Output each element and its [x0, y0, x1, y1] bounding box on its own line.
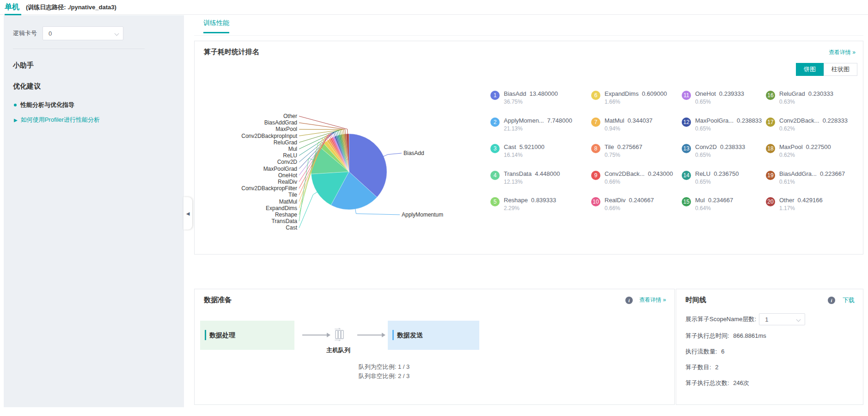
- legend-item[interactable]: 11OneHot0.2393330.65%: [682, 90, 766, 117]
- legend-name: ReluGrad0.230333: [779, 90, 833, 97]
- legend-rank-badge: 10: [591, 197, 600, 206]
- flow-step-label: 数据发送: [397, 331, 423, 340]
- legend-percent: 0.64%: [695, 205, 733, 211]
- legend-rank-badge: 8: [591, 144, 600, 153]
- bar-chart-button[interactable]: 柱状图: [824, 63, 857, 76]
- legend-percent: 0.62%: [779, 125, 848, 132]
- pie-label: Tile: [288, 192, 297, 198]
- pie-label: ApplyMomentum: [402, 211, 443, 218]
- triangle-right-icon: ▶: [14, 118, 18, 123]
- info-icon[interactable]: i: [828, 297, 835, 304]
- download-link[interactable]: 下载: [843, 296, 855, 304]
- legend-item[interactable]: 14ReLU0.2367500.65%: [682, 170, 766, 197]
- logical-card-value: 0: [43, 30, 52, 37]
- legend-rank-badge: 7: [591, 118, 600, 127]
- info-icon[interactable]: i: [625, 297, 633, 304]
- legend-item[interactable]: 4TransData4.44800012.13%: [490, 170, 591, 197]
- legend-name: Conv2DBack...0.228333: [779, 117, 848, 124]
- legend-rank-badge: 15: [682, 197, 691, 206]
- legend-item[interactable]: 10RealDiv0.2406670.66%: [591, 197, 682, 224]
- advice-heading: 优化建议: [13, 82, 184, 91]
- operator-pie-chart[interactable]: OtherBiasAddGradMaxPoolConv2DBackpropInp…: [195, 84, 490, 250]
- legend-name: TransData4.448000: [504, 170, 560, 177]
- legend-name: BiasAdd13.480000: [504, 90, 558, 97]
- operator-detail-link[interactable]: 查看详情 »: [829, 49, 856, 56]
- stat-line: 队列为空比例: 1 / 3: [359, 362, 410, 372]
- flow-step-data-sending[interactable]: 数据发送: [388, 321, 479, 350]
- legend-percent: 0.63%: [779, 99, 833, 105]
- legend-percent: 1.66%: [605, 99, 667, 105]
- legend-item[interactable]: 17Conv2DBack...0.2283330.62%: [766, 117, 859, 144]
- legend-percent: 21.13%: [504, 125, 572, 132]
- pie-label: Reshape: [275, 211, 297, 218]
- legend-name: MaxPool0.227500: [779, 143, 831, 150]
- sidebar-item-performance-advice[interactable]: 性能分析与优化指导: [14, 101, 184, 109]
- sidebar-collapse-handle[interactable]: ◀: [183, 197, 192, 230]
- assistant-heading: 小助手: [13, 61, 184, 70]
- legend-rank-badge: 16: [766, 91, 775, 100]
- legend-rank-badge: 14: [682, 171, 691, 180]
- legend-percent: 0.75%: [605, 152, 642, 158]
- legend-item[interactable]: 7MatMul0.3440370.94%: [591, 117, 682, 144]
- pie-label: Conv2DBackpropInput: [241, 133, 297, 139]
- logical-card-row: 逻辑卡号 0: [4, 15, 184, 40]
- legend-percent: 0.94%: [605, 125, 653, 132]
- legend-name: ExpandDims0.609000: [605, 90, 667, 97]
- flow-step-data-processing[interactable]: 数据处理: [200, 321, 294, 350]
- legend-percent: 0.66%: [605, 179, 673, 185]
- prep-detail-link[interactable]: 查看详情 »: [639, 296, 666, 304]
- sidebar-item-label: 性能分析与优化指导: [20, 101, 74, 109]
- host-queue-label: 主机队列: [310, 346, 367, 354]
- legend-item[interactable]: 15Mul0.2346670.64%: [682, 197, 766, 224]
- legend-item[interactable]: 1BiasAdd13.48000036.75%: [490, 90, 591, 117]
- legend-item[interactable]: 16ReluGrad0.2303330.63%: [766, 90, 859, 117]
- flow-arrow-icon: [302, 335, 327, 335]
- legend-rank-badge: 5: [490, 197, 500, 206]
- pie-leader-line: [355, 209, 400, 215]
- sidebar-link-profiler-help[interactable]: ▶ 如何使用Profiler进行性能分析: [14, 116, 184, 124]
- pie-label: OneHot: [278, 172, 298, 179]
- legend-rank-badge: 6: [591, 91, 600, 100]
- queue-ratio-stats: 队列为空比例: 1 / 3队列非空比例: 2 / 3: [287, 362, 481, 381]
- legend-rank-badge: 12: [682, 118, 691, 127]
- legend-name: Cast5.921000: [504, 143, 544, 150]
- legend-rank-badge: 3: [490, 144, 500, 153]
- legend-item[interactable]: 6ExpandDims0.6090001.66%: [591, 90, 682, 117]
- tab-training-performance[interactable]: 训练性能: [203, 19, 229, 33]
- legend-item[interactable]: 2ApplyMomen...7.74800021.13%: [490, 117, 591, 144]
- flow-step-label: 数据处理: [209, 331, 235, 340]
- pie-chart-button[interactable]: 饼图: [796, 63, 824, 76]
- legend-name: Reshape0.839333: [504, 197, 556, 204]
- legend-item[interactable]: 13Conv2D0.2383330.65%: [682, 143, 766, 170]
- legend-percent: 0.61%: [779, 179, 845, 185]
- legend-percent: 0.66%: [605, 205, 654, 211]
- legend-item[interactable]: 12MaxPoolGra...0.2388330.65%: [682, 117, 766, 144]
- legend-item[interactable]: 5Reshape0.8393332.29%: [490, 197, 591, 224]
- timeline-card-title: 时间线: [685, 296, 706, 304]
- legend-percent: 12.13%: [504, 179, 560, 185]
- operator-chart-area: OtherBiasAddGradMaxPoolConv2DBackpropInp…: [195, 84, 864, 250]
- sidebar-link-label: 如何使用Profiler进行性能分析: [21, 116, 100, 124]
- operator-legend: 1BiasAdd13.48000036.75%2ApplyMomen...7.7…: [490, 90, 859, 224]
- legend-rank-badge: 9: [591, 171, 600, 180]
- legend-item[interactable]: 20Other0.4291661.17%: [766, 197, 859, 224]
- legend-item[interactable]: 19BiasAddGra...0.2236670.61%: [766, 170, 859, 197]
- legend-name: Conv2DBack...0.243000: [605, 170, 673, 177]
- legend-percent: 0.65%: [695, 152, 745, 158]
- timeline-stats: 算子执行总时间: 866.8861ms执行流数量: 6算子数目: 2算子执行总次…: [685, 332, 766, 395]
- pie-label: ReluGrad: [274, 139, 297, 146]
- legend-item[interactable]: 18MaxPool0.2275000.62%: [766, 143, 859, 170]
- pie-label: BiasAddGrad: [264, 119, 297, 126]
- pie-label: MaxPoolGrad: [263, 166, 297, 172]
- legend-name: Other0.429166: [779, 197, 823, 204]
- legend-name: BiasAddGra...0.223667: [779, 170, 845, 177]
- pie-label: ExpandDims: [266, 205, 297, 211]
- legend-item[interactable]: 9Conv2DBack...0.2430000.66%: [591, 170, 682, 197]
- legend-rank-badge: 18: [766, 144, 775, 153]
- legend-item[interactable]: 8Tile0.2756670.75%: [591, 143, 682, 170]
- scope-level-select[interactable]: 1: [759, 313, 805, 325]
- tab-bar: 训练性能: [194, 15, 863, 36]
- legend-item[interactable]: 3Cast5.92100016.14%: [490, 143, 591, 170]
- logical-card-select[interactable]: 0: [43, 26, 123, 40]
- legend-percent: 1.17%: [779, 205, 823, 211]
